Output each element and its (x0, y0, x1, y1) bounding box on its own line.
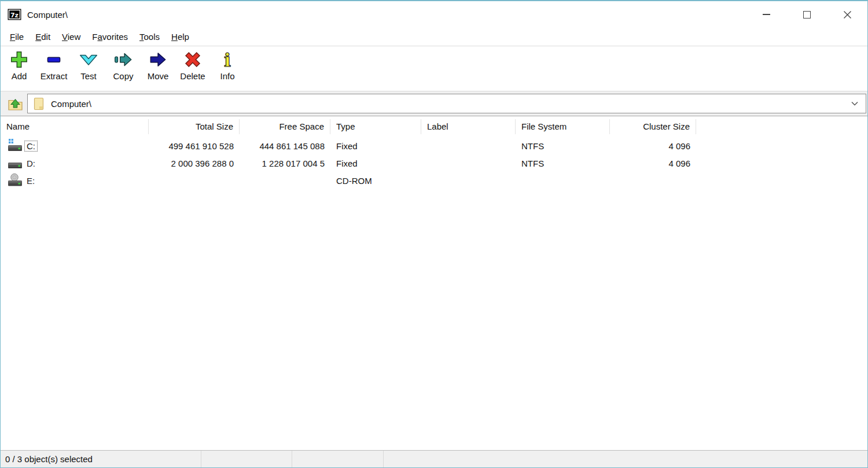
system-drive-icon (8, 138, 23, 153)
parent-folder-button[interactable] (4, 93, 27, 114)
column-header-label[interactable]: Label (421, 119, 516, 134)
free-space-cell: 1 228 017 004 5 (240, 159, 330, 168)
maximize-button[interactable] (786, 1, 827, 28)
menubar: File Edit View Favorites Tools Help (1, 28, 867, 46)
status-panel-2 (201, 451, 292, 467)
drive-name: E: (25, 176, 36, 186)
address-bar: Computer\ (1, 91, 867, 116)
copy-arrow-icon (113, 49, 134, 70)
close-icon (843, 10, 852, 19)
status-bar: 0 / 3 object(s) selected (1, 450, 867, 467)
type-cell: CD-ROM (330, 176, 421, 186)
column-header-type[interactable]: Type (330, 119, 421, 134)
type-cell: Fixed (330, 159, 421, 168)
file-system-cell: NTFS (516, 141, 610, 151)
window-controls (746, 1, 867, 28)
toolbar: Add Extract Test Copy Move (1, 46, 867, 91)
column-header-name[interactable]: Name (1, 119, 149, 134)
column-header-free-space[interactable]: Free Space (240, 119, 330, 134)
file-list: Name Total Size Free Space Type Label Fi… (1, 116, 867, 450)
add-plus-icon (9, 49, 30, 70)
menu-help[interactable]: Help (165, 30, 195, 44)
titlebar: 7z Computer\ (1, 1, 867, 28)
delete-button[interactable]: Delete (175, 49, 210, 81)
menu-favorites[interactable]: Favorites (86, 30, 134, 44)
drive-name: D: (25, 159, 37, 168)
status-panel-3 (292, 451, 384, 467)
folder-icon (32, 96, 45, 111)
free-space-cell: 444 861 145 088 (240, 141, 330, 151)
folder-up-icon (7, 95, 24, 112)
column-header-total-size[interactable]: Total Size (149, 119, 240, 134)
7zip-window: 7z Computer\ File Edit View Favorites To… (0, 0, 868, 468)
status-panel-4 (384, 451, 867, 467)
window-title: Computer\ (27, 10, 68, 20)
column-header-cluster-size[interactable]: Cluster Size (610, 119, 696, 134)
column-header-file-system[interactable]: File System (516, 119, 610, 134)
add-button[interactable]: Add (2, 49, 36, 81)
7zip-logo-icon: 7z (8, 8, 21, 21)
drive-name: C: (25, 141, 37, 151)
menu-file[interactable]: File (4, 30, 30, 44)
svg-text:7z: 7z (10, 12, 19, 19)
close-button[interactable] (827, 1, 867, 28)
delete-x-icon (182, 49, 203, 70)
type-cell: Fixed (330, 141, 421, 151)
total-size-cell: 499 461 910 528 (149, 141, 240, 151)
extract-minus-icon (43, 49, 64, 70)
menu-tools[interactable]: Tools (134, 30, 165, 44)
file-system-cell: NTFS (516, 159, 610, 168)
selection-status: 0 / 3 object(s) selected (1, 451, 201, 467)
extract-button[interactable]: Extract (36, 49, 71, 81)
drive-row-e[interactable]: E: CD-ROM (1, 172, 867, 189)
hard-drive-icon (8, 156, 23, 171)
minimize-icon (763, 14, 770, 15)
info-i-icon: i (217, 49, 238, 70)
move-button[interactable]: Move (141, 49, 175, 81)
cluster-size-cell: 4 096 (610, 141, 696, 151)
drive-row-c[interactable]: C: 499 461 910 528 444 861 145 088 Fixed… (1, 137, 867, 154)
cluster-size-cell: 4 096 (610, 159, 696, 168)
address-combobox[interactable]: Computer\ (27, 94, 866, 113)
menu-edit[interactable]: Edit (30, 30, 56, 44)
total-size-cell: 2 000 396 288 0 (149, 159, 240, 168)
drive-row-d[interactable]: D: 2 000 396 288 0 1 228 017 004 5 Fixed… (1, 154, 867, 172)
menu-view[interactable]: View (56, 30, 86, 44)
cd-rom-drive-icon (8, 173, 23, 188)
column-header-filler (696, 119, 867, 134)
test-check-icon (78, 49, 99, 70)
chevron-down-icon[interactable] (851, 101, 859, 106)
list-header: Name Total Size Free Space Type Label Fi… (1, 116, 867, 137)
svg-text:i: i (224, 49, 231, 70)
copy-button[interactable]: Copy (106, 49, 141, 81)
move-arrow-icon (148, 49, 168, 70)
maximize-icon (803, 11, 811, 19)
info-button[interactable]: i Info (210, 49, 245, 81)
test-button[interactable]: Test (71, 49, 106, 81)
minimize-button[interactable] (746, 1, 786, 28)
address-value: Computer\ (51, 99, 851, 109)
